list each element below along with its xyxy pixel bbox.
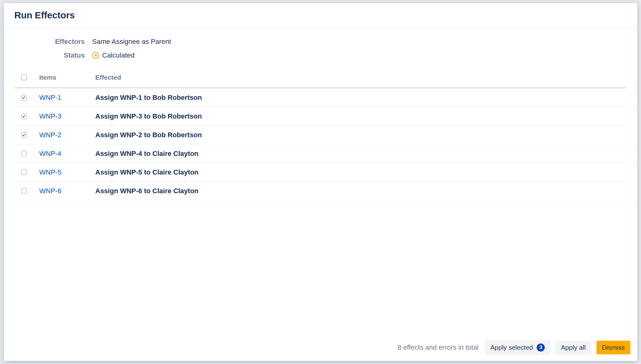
table-row: WNP-4Assign WNP-4 to Claire Clayton — [14, 144, 627, 163]
dialog-title: Run Effectors — [14, 10, 627, 21]
meta-value-status: Calculated — [92, 51, 135, 59]
select-all-checkbox[interactable] — [21, 75, 27, 80]
column-header-items: Items — [39, 74, 95, 81]
meta-row-status: Status Calculated — [14, 51, 627, 59]
selected-count-badge: 3 — [537, 343, 545, 352]
effect-description: Assign WNP-2 to Bob Robertson — [95, 131, 202, 139]
meta-row-effectors: Effectors Same Assignee as Parent — [14, 38, 627, 46]
item-link[interactable]: WNP-5 — [39, 168, 61, 176]
row-checkbox[interactable] — [21, 151, 27, 156]
column-header-effected: Effected — [95, 74, 627, 81]
table-row: WNP-3Assign WNP-3 to Bob Robertson — [14, 107, 627, 126]
item-link[interactable]: WNP-3 — [39, 112, 61, 120]
dialog-header: Run Effectors — [4, 3, 637, 28]
run-effectors-dialog: Run Effectors Effectors Same Assignee as… — [4, 3, 637, 361]
meta-label-status: Status — [14, 51, 92, 59]
effect-description: Assign WNP-4 to Claire Clayton — [95, 150, 198, 157]
item-link[interactable]: WNP-6 — [39, 187, 61, 195]
row-checkbox[interactable] — [21, 95, 27, 100]
meta-value-effectors: Same Assignee as Parent — [92, 38, 171, 46]
apply-selected-button[interactable]: Apply selected 3 — [485, 340, 551, 355]
row-checkbox[interactable] — [21, 114, 27, 119]
item-link[interactable]: WNP-4 — [39, 150, 61, 157]
dialog-meta: Effectors Same Assignee as Parent Status… — [4, 28, 637, 71]
effect-description: Assign WNP-1 to Bob Robertson — [95, 94, 202, 101]
dismiss-button[interactable]: Dismiss — [596, 341, 631, 354]
meta-label-effectors: Effectors — [14, 38, 92, 46]
effect-description: Assign WNP-3 to Bob Robertson — [95, 112, 202, 120]
table-row: WNP-5Assign WNP-5 to Claire Clayton — [14, 163, 627, 182]
table-row: WNP-6Assign WNP-6 to Claire Clayton — [14, 182, 627, 200]
effects-table: Items Effected WNP-1Assign WNP-1 to Bob … — [4, 71, 637, 334]
row-checkbox[interactable] — [21, 188, 27, 194]
row-checkbox[interactable] — [21, 132, 27, 138]
effect-description: Assign WNP-5 to Claire Clayton — [95, 168, 198, 176]
table-row: WNP-1Assign WNP-1 to Bob Robertson — [14, 88, 627, 107]
dialog-footer: 8 effects and errors in total Apply sele… — [4, 334, 637, 361]
table-header-row: Items Effected — [14, 71, 627, 88]
lightning-icon — [92, 52, 99, 59]
table-body[interactable]: WNP-1Assign WNP-1 to Bob RobertsonWNP-3A… — [14, 88, 627, 334]
item-link[interactable]: WNP-2 — [39, 131, 61, 139]
table-row: WNP-2Assign WNP-2 to Bob Robertson — [14, 126, 627, 144]
summary-text: 8 effects and errors in total — [397, 343, 478, 352]
status-text: Calculated — [102, 51, 135, 59]
apply-selected-label: Apply selected — [491, 344, 533, 351]
apply-all-button[interactable]: Apply all — [555, 341, 591, 354]
item-link[interactable]: WNP-1 — [39, 94, 61, 101]
row-checkbox[interactable] — [21, 170, 27, 175]
effect-description: Assign WNP-6 to Claire Clayton — [95, 187, 198, 195]
